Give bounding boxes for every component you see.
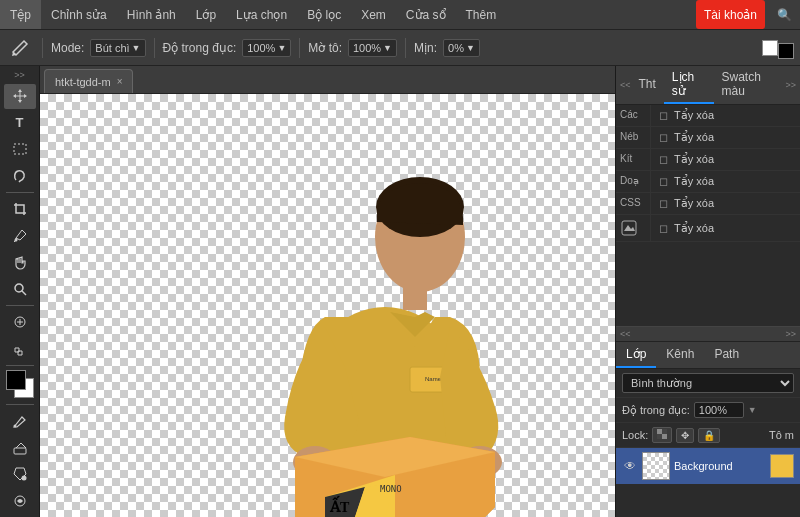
account-button[interactable]: Tài khoản — [696, 0, 765, 29]
history-row-1: Các ◻ Tẩy xóa — [616, 105, 800, 127]
history-label-4: Tẩy xóa — [674, 175, 714, 188]
tool-move[interactable] — [4, 84, 36, 109]
flow-label: Mờ tô: — [308, 41, 342, 55]
search-icon[interactable]: 🔍 — [769, 8, 800, 22]
svg-rect-22 — [657, 429, 662, 434]
history-item-4[interactable]: ◻ Tẩy xóa — [651, 171, 800, 192]
tab-swatch[interactable]: Swatch màu — [714, 66, 786, 104]
tool-filter[interactable] — [4, 488, 36, 513]
fg-color-swatch[interactable] — [762, 40, 778, 56]
menu-boloc[interactable]: Bộ lọc — [297, 0, 351, 29]
menu-chinhedit[interactable]: Chỉnh sửa — [41, 0, 117, 29]
opacity-text-label: Độ trong đục: — [622, 404, 690, 417]
eraser-icon-6: ◻ — [659, 222, 668, 235]
brush-tool-icon[interactable] — [6, 34, 34, 62]
smoothing-label: Mịn: — [414, 41, 437, 55]
history-item-5[interactable]: ◻ Tẩy xóa — [651, 193, 800, 214]
menu-them[interactable]: Thêm — [456, 0, 507, 29]
canvas-image-container: Name ẤT — [215, 104, 555, 517]
history-label-1: Tẩy xóa — [674, 109, 714, 122]
history-label-3: Tẩy xóa — [674, 153, 714, 166]
history-item-6[interactable]: ◻ Tẩy xóa — [651, 215, 800, 241]
toolbox-sep-2 — [6, 305, 34, 306]
history-item-3[interactable]: ◻ Tẩy xóa — [651, 149, 800, 170]
tool-fill[interactable] — [4, 462, 36, 487]
svg-rect-23 — [662, 434, 667, 439]
tool-marquee[interactable] — [4, 137, 36, 162]
top-panel: << Tht Lịch sử Swatch màu >> Các ◻ Tẩy x… — [616, 66, 800, 326]
bg-color-swatch[interactable] — [778, 43, 794, 59]
document-tab[interactable]: htkt-tgdd-m × — [44, 69, 133, 93]
history-row-3: Kít ◻ Tẩy xóa — [616, 149, 800, 171]
svg-text:Name: Name — [425, 376, 442, 382]
history-item-1[interactable]: ◻ Tẩy xóa — [651, 105, 800, 126]
layers-panel: << >> Lớp Kênh Path Bình thường Độ trong… — [616, 326, 800, 517]
tab-name: htkt-tgdd-m — [55, 76, 111, 88]
opacity-label: Độ trong đục: — [163, 41, 237, 55]
tab-layers[interactable]: Lớp — [616, 342, 656, 368]
svg-rect-25 — [657, 434, 662, 439]
menu-xem[interactable]: Xem — [351, 0, 396, 29]
lock-lock-btn[interactable]: 🔒 — [698, 428, 720, 443]
layer-color-indicator — [770, 454, 794, 478]
history-icon-area — [616, 215, 651, 241]
opacity-input[interactable] — [694, 402, 744, 418]
eraser-icon-3: ◻ — [659, 153, 668, 166]
tab-lichsu[interactable]: Lịch sử — [664, 66, 714, 104]
lock-checkerboard-btn[interactable] — [652, 427, 672, 443]
color-picker[interactable] — [4, 370, 36, 400]
tool-crop[interactable] — [4, 197, 36, 222]
tool-hand[interactable] — [4, 250, 36, 275]
menu-hinhảnh[interactable]: Hình ảnh — [117, 0, 186, 29]
lock-row: Lock: ✥ 🔒 Tô m — [616, 423, 800, 448]
history-cat-2: Néb — [616, 127, 651, 148]
layer-item-background[interactable]: 👁 Background — [616, 448, 800, 484]
menu-cuaso[interactable]: Cửa sổ — [396, 0, 456, 29]
svg-text:MONO: MONO — [380, 484, 402, 494]
tab-close-button[interactable]: × — [117, 76, 123, 87]
menu-luachon[interactable]: Lựa chọn — [226, 0, 297, 29]
mode-select[interactable]: Bút chì ▼ — [90, 39, 145, 57]
fill-label: Tô m — [769, 429, 794, 441]
tab-path[interactable]: Path — [704, 342, 749, 368]
tool-lasso[interactable] — [4, 164, 36, 189]
tool-type[interactable]: T — [4, 111, 36, 136]
smoothing-select[interactable]: 0% ▼ — [443, 39, 480, 57]
menu-tep[interactable]: Tệp — [0, 0, 41, 29]
layers-left-arrows[interactable]: << — [620, 329, 631, 339]
opacity-select[interactable]: 100% ▼ — [242, 39, 291, 57]
tool-eraser[interactable] — [4, 435, 36, 460]
layer-visibility-eye[interactable]: 👁 — [622, 459, 638, 473]
history-section: Các ◻ Tẩy xóa Néb ◻ Tẩy xóa Kít — [616, 105, 800, 326]
foreground-color[interactable] — [6, 370, 26, 390]
panel-left-arrows[interactable]: << — [620, 80, 631, 90]
lock-move-btn[interactable]: ✥ — [676, 428, 694, 443]
canvas-scroll[interactable]: Name ẤT — [40, 94, 615, 517]
tool-heal[interactable] — [4, 310, 36, 335]
tab-tht[interactable]: Tht — [631, 73, 664, 97]
blend-mode-select[interactable]: Bình thường — [622, 373, 794, 393]
layers-right-arrows[interactable]: >> — [785, 329, 796, 339]
flow-select[interactable]: 100% ▼ — [348, 39, 397, 57]
toolbox-expand-left[interactable]: >> — [14, 70, 25, 80]
history-swatch-tabs: << Tht Lịch sử Swatch màu >> — [616, 66, 800, 105]
panel-right-arrows[interactable]: >> — [785, 80, 796, 90]
opacity-arrow[interactable]: ▼ — [748, 405, 757, 415]
mode-dropdown-arrow: ▼ — [132, 43, 141, 53]
tool-brush[interactable] — [4, 409, 36, 434]
history-cat-5: CSS — [616, 193, 651, 214]
toolbox-sep-4 — [6, 404, 34, 405]
history-row-4: Doạ ◻ Tẩy xóa — [616, 171, 800, 193]
history-item-2[interactable]: ◻ Tẩy xóa — [651, 127, 800, 148]
history-cat-3: Kít — [616, 149, 651, 170]
toolbox-sep-1 — [6, 192, 34, 193]
flow-dropdown-arrow: ▼ — [383, 43, 392, 53]
tool-clone[interactable] — [4, 337, 36, 362]
tab-channels[interactable]: Kênh — [656, 342, 704, 368]
tool-eyedropper[interactable] — [4, 224, 36, 249]
tool-zoom[interactable] — [4, 277, 36, 302]
history-label-6: Tẩy xóa — [674, 222, 714, 235]
svg-point-1 — [14, 238, 17, 241]
eraser-icon-5: ◻ — [659, 197, 668, 210]
menu-lop[interactable]: Lớp — [186, 0, 226, 29]
